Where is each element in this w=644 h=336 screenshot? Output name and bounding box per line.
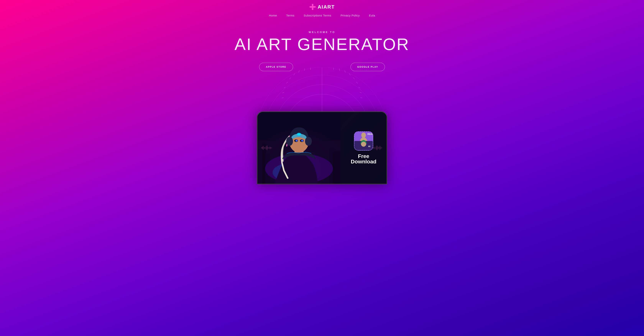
nav-item-eula[interactable]: Eula <box>369 14 375 17</box>
app-icon-art: REAI AI <box>354 132 373 150</box>
svg-point-32 <box>305 137 312 146</box>
svg-point-37 <box>295 140 298 142</box>
phone-frame: REAI AI Free Download <box>257 111 387 184</box>
svg-line-8 <box>286 82 288 83</box>
svg-line-16 <box>353 78 354 79</box>
navbar: AIART Home Terms Subscriptions Terms Pri… <box>0 0 644 19</box>
logo-icon <box>309 4 316 10</box>
svg-line-19 <box>360 92 362 93</box>
free-label: Free <box>351 154 376 159</box>
nav-links: Home Terms Subscriptions Terms Privacy P… <box>269 14 375 17</box>
nav-link-sub-terms[interactable]: Subscriptions Terms <box>304 14 331 17</box>
logo-text: AIART <box>318 4 335 10</box>
nav-link-home[interactable]: Home <box>269 14 277 17</box>
svg-line-7 <box>290 78 291 79</box>
google-play-button[interactable]: GOOGLE PLAY <box>350 63 385 71</box>
cta-buttons: APPLE STORE GOOGLE PLAY <box>259 63 385 71</box>
apple-store-button[interactable]: APPLE STORE <box>259 63 293 71</box>
svg-point-55 <box>361 133 366 138</box>
nav-item-sub-terms[interactable]: Subscriptions Terms <box>304 14 331 17</box>
nav-item-terms[interactable]: Terms <box>286 14 294 17</box>
svg-text:AI: AI <box>368 145 370 147</box>
svg-line-9 <box>284 87 286 88</box>
nav-item-home[interactable]: Home <box>269 14 277 17</box>
hero-title: AI ART GENERATOR <box>234 36 410 53</box>
download-label: Download <box>351 159 376 164</box>
phone-screen: REAI AI Free Download <box>258 112 386 184</box>
svg-line-11 <box>282 98 284 98</box>
svg-line-20 <box>360 98 362 98</box>
phone-section: REAI AI Free Download <box>257 111 387 184</box>
svg-line-18 <box>358 87 360 88</box>
logo[interactable]: AIART <box>309 4 335 10</box>
hero-section: WELCOME TO AI ART GENERATOR APPLE STORE … <box>0 19 644 184</box>
svg-point-38 <box>301 140 304 142</box>
svg-point-34 <box>298 134 300 135</box>
svg-text:REAI: REAI <box>368 133 372 135</box>
nav-link-privacy[interactable]: Privacy Policy <box>340 14 360 17</box>
free-download-text: Free Download <box>351 154 376 164</box>
nav-link-eula[interactable]: Eula <box>369 14 375 17</box>
waveform-left <box>261 142 273 154</box>
waveform-right <box>371 142 383 154</box>
svg-point-31 <box>286 137 293 146</box>
app-icon-box: REAI AI <box>354 131 373 151</box>
svg-line-10 <box>282 92 284 93</box>
nav-link-terms[interactable]: Terms <box>286 14 294 17</box>
nav-item-privacy[interactable]: Privacy Policy <box>340 14 360 17</box>
svg-line-17 <box>356 82 358 83</box>
svg-rect-27 <box>333 152 340 184</box>
svg-rect-1 <box>310 6 316 8</box>
welcome-label: WELCOME TO <box>308 31 335 34</box>
